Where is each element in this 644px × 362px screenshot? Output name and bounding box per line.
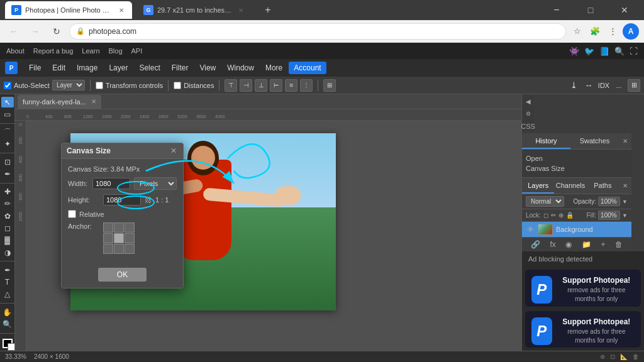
layers-new-icon[interactable]: + [601, 240, 606, 249]
tool-move[interactable]: ↖ [1, 97, 14, 107]
history-entry-canvassize[interactable]: Canvas Size [526, 163, 628, 173]
anchor-tc[interactable] [114, 222, 124, 233]
toolbar-right-icon1[interactable]: ⤓ [567, 79, 580, 92]
tool-select[interactable]: ▭ [1, 109, 14, 119]
transform-controls-checkbox[interactable] [96, 82, 103, 89]
anchor-br[interactable] [125, 244, 135, 254]
toolbar-align6-icon[interactable]: ⋮ [300, 79, 313, 92]
dialog-close-button[interactable]: ✕ [169, 146, 178, 155]
anchor-ml[interactable] [103, 233, 113, 243]
opacity-input[interactable] [598, 197, 620, 206]
tool-dodge[interactable]: ◑ [1, 247, 14, 258]
tool-brush[interactable]: ✏ [1, 199, 14, 209]
toolbar-align5-icon[interactable]: ≡ [285, 79, 297, 92]
tool-crop[interactable]: ⊡ [1, 156, 14, 167]
layer-item-background[interactable]: 👁 Background [522, 222, 631, 237]
back-button[interactable]: ← [5, 23, 23, 40]
canvas-tab-close-icon[interactable]: ✕ [91, 98, 96, 105]
layers-panel-close[interactable]: ✕ [619, 178, 631, 194]
global-nav-reportbug[interactable]: Report a bug [33, 47, 74, 55]
tool-pen[interactable]: ✒ [1, 265, 14, 275]
toolbar-grid-icon[interactable]: ⊞ [323, 79, 336, 92]
menu-layer[interactable]: Layer [104, 62, 133, 74]
global-nav-blog[interactable]: Blog [109, 47, 123, 55]
side-settings-icon[interactable]: ⚙ [524, 109, 533, 118]
tool-lasso[interactable]: ⌒ [1, 126, 14, 137]
global-search-icon[interactable]: 🔍 [614, 47, 625, 56]
tool-hand[interactable]: ✋ [1, 307, 14, 317]
toolbar-align4-icon[interactable]: ⊢ [270, 79, 282, 92]
layers-folder-icon[interactable]: 📁 [582, 240, 591, 249]
browser-settings-icon[interactable]: ⋮ [605, 24, 620, 39]
history-entry-open[interactable]: Open [526, 153, 628, 163]
tool-gradient[interactable]: ▓ [1, 235, 14, 246]
fill-input[interactable] [598, 211, 620, 220]
bookmark-star-icon[interactable]: ☆ [570, 24, 585, 39]
lock-transparent-icon[interactable]: ◻ [543, 212, 548, 219]
tool-shape[interactable]: △ [1, 289, 14, 300]
history-tab[interactable]: History [522, 133, 570, 149]
toolbar-align2-icon[interactable]: ⊣ [240, 79, 252, 92]
anchor-bc[interactable] [114, 244, 124, 254]
menu-window[interactable]: Window [222, 62, 259, 74]
background-color-swatch[interactable] [8, 343, 15, 351]
foreground-color-swatch[interactable] [3, 339, 13, 348]
toolbar-align3-icon[interactable]: ⊥ [255, 79, 267, 92]
anchor-mc[interactable] [114, 233, 124, 243]
swatches-tab[interactable]: Swatches [570, 133, 619, 149]
layers-fx-icon[interactable]: fx [550, 240, 555, 249]
lock-all-icon[interactable]: 🔒 [566, 212, 574, 219]
layers-mask-icon[interactable]: ◉ [565, 240, 572, 249]
layers-delete-icon[interactable]: 🗑 [615, 240, 623, 249]
global-nav-api[interactable]: API [131, 47, 143, 55]
lock-position-icon[interactable]: ⊕ [558, 212, 564, 219]
tool-zoom[interactable]: 🔍 [1, 319, 14, 329]
refresh-button[interactable]: ↻ [48, 23, 65, 40]
global-fullscreen-icon[interactable]: ⛶ [630, 47, 638, 56]
inactive-tab[interactable]: G 29.7 x21 cm to inches - Googl... ✕ [137, 1, 252, 19]
tool-text[interactable]: T [1, 277, 14, 288]
tool-heal[interactable]: ✚ [1, 186, 14, 197]
distances-checkbox[interactable] [174, 82, 181, 89]
anchor-mr[interactable] [125, 233, 135, 243]
fill-dropdown-icon[interactable]: ▼ [622, 212, 628, 219]
lock-image-icon[interactable]: ✏ [551, 212, 556, 219]
forward-button[interactable]: → [26, 23, 44, 40]
blend-mode-select[interactable]: Normal [526, 196, 564, 207]
tool-magic-wand[interactable]: ✦ [1, 139, 14, 150]
side-collapse-icon[interactable]: ◀ [524, 97, 533, 106]
menu-edit[interactable]: Edit [47, 62, 70, 74]
active-tab[interactable]: P Photopea | Online Photo Editor ✕ [5, 1, 132, 19]
toolbar-right-icon4[interactable]: ... [613, 79, 625, 92]
toolbar-align1-icon[interactable]: ⊤ [225, 79, 237, 92]
close-button[interactable]: ✕ [610, 0, 639, 20]
minimize-button[interactable]: − [542, 0, 571, 20]
canvas-tab[interactable]: funny-dark-eyed-la... ✕ [18, 95, 101, 109]
menu-filter[interactable]: Filter [167, 62, 194, 74]
canvas-bg[interactable]: Canvas Size ✕ Canvas Size: 3.84 MPx Widt… [26, 121, 521, 351]
width-input[interactable] [92, 178, 130, 189]
browser-profile-icon[interactable]: A [623, 23, 639, 40]
tool-eyedropper[interactable]: ✒ [1, 168, 14, 179]
tab2-close-button[interactable]: ✕ [236, 6, 245, 14]
maximize-button[interactable]: □ [576, 0, 605, 20]
toolbar-right-icon2[interactable]: ↔ [582, 79, 595, 92]
anchor-tl[interactable] [103, 222, 113, 233]
tab-close-button[interactable]: ✕ [117, 6, 126, 14]
channels-tab[interactable]: Channels [554, 178, 586, 194]
browser-extensions-icon[interactable]: 🧩 [587, 24, 602, 39]
history-panel-close[interactable]: ✕ [619, 133, 631, 149]
tool-eraser[interactable]: ◻ [1, 222, 14, 233]
menu-file[interactable]: File [24, 62, 46, 74]
twitter-icon[interactable]: 🐦 [584, 47, 594, 56]
anchor-bl[interactable] [103, 244, 113, 254]
menu-view[interactable]: View [194, 62, 221, 74]
toolbar-right-icon3[interactable]: IDX [597, 79, 610, 92]
facebook-icon[interactable]: 📘 [599, 47, 609, 56]
global-nav-learn[interactable]: Learn [82, 47, 99, 55]
menu-account[interactable]: Account [289, 62, 326, 74]
menu-more[interactable]: More [260, 62, 287, 74]
address-bar[interactable]: 🔒 photopea.com [69, 23, 566, 40]
relative-checkbox[interactable] [68, 210, 76, 218]
layer-visibility-icon[interactable]: 👁 [526, 225, 535, 234]
